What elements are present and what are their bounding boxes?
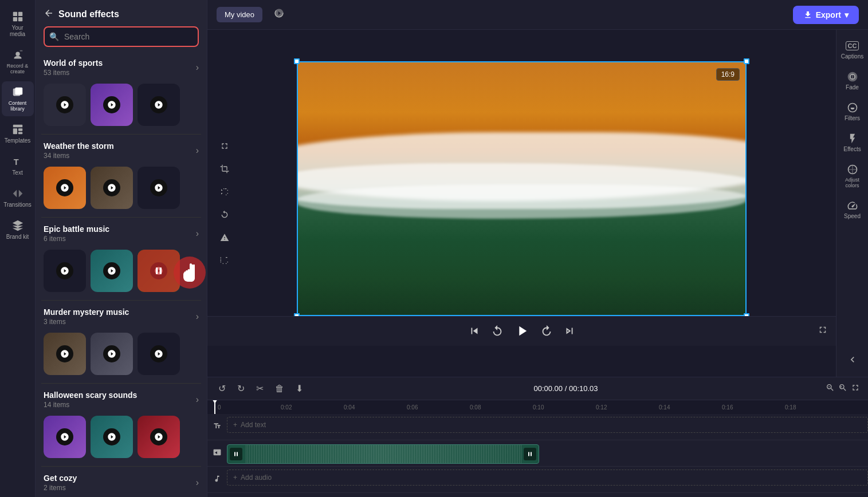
download-button[interactable]: ⬇ (293, 381, 306, 396)
category-header-world-of-sports[interactable]: World of sports 53 items › (41, 54, 201, 81)
triangle-button[interactable] (215, 228, 234, 247)
category-items-murder-mystery (41, 330, 201, 375)
play-pause-button[interactable] (514, 323, 530, 339)
sidebar-item-your-media[interactable]: Your media (2, 6, 34, 42)
divider (41, 383, 201, 384)
triangle-icon (220, 233, 229, 242)
video-track-label (213, 448, 227, 458)
clip-end-handle[interactable] (524, 448, 536, 460)
back-button[interactable] (44, 8, 54, 21)
zoom-in-button[interactable] (838, 383, 847, 395)
redo-button[interactable]: ↻ (234, 381, 248, 396)
sound-thumb-9-playing[interactable] (138, 250, 180, 292)
ruler-mark-2: 0:04 (344, 404, 407, 411)
sidebar-item-content-library[interactable]: Content library (2, 81, 34, 116)
sound-thumb-10[interactable] (44, 333, 86, 375)
add-audio-button[interactable]: + Add audio (227, 470, 868, 486)
category-header-epic-battle[interactable]: Epic battle music 6 items › (41, 220, 201, 247)
sound-thumb-2[interactable] (91, 84, 133, 126)
delete-button[interactable]: 🗑 (272, 382, 287, 396)
play-badge (56, 345, 73, 362)
sound-thumb-11[interactable] (91, 333, 133, 375)
crop-button[interactable] (215, 160, 234, 178)
category-header-murder-mystery[interactable]: Murder mystery music 3 items › (41, 303, 201, 330)
video-frame-wrap: 16:9 (297, 61, 747, 316)
sidebar-item-text[interactable]: T Text (2, 151, 34, 180)
rewind-button[interactable] (491, 325, 504, 337)
handle-top-right[interactable] (744, 58, 749, 64)
playing-overlay (138, 250, 180, 292)
expand-icon (220, 141, 229, 151)
adjust-colors-tool[interactable]: Adjust colors (838, 159, 867, 193)
undo-button[interactable]: ↺ (215, 381, 229, 396)
category-header-get-cozy[interactable]: Get cozy 2 items › (41, 469, 201, 496)
sound-thumb-15[interactable] (138, 416, 180, 458)
search-box: 🔍 (44, 26, 199, 47)
search-input[interactable] (44, 26, 199, 47)
video-clip[interactable] (227, 444, 539, 464)
category-halloween: Halloween scary sounds 14 items › (36, 386, 207, 464)
captions-tool[interactable]: CC Captions (838, 37, 867, 64)
fullscreen-tool-button[interactable] (215, 137, 234, 155)
svg-rect-2 (13, 17, 17, 21)
skip-forward-button[interactable] (563, 325, 576, 337)
expand-timeline-button[interactable] (851, 383, 860, 395)
text-track-icon (213, 422, 221, 430)
sound-thumb-12[interactable] (138, 333, 180, 375)
zoom-out-button[interactable] (826, 383, 835, 395)
record-icon (11, 49, 24, 61)
play-badge (150, 179, 167, 196)
sidebar-item-templates[interactable]: Templates (2, 119, 34, 148)
effects-tool[interactable]: Effects (838, 128, 867, 157)
svg-rect-0 (13, 12, 17, 16)
handle-top-left[interactable] (294, 58, 300, 64)
category-name-get-cozy: Get cozy (44, 474, 77, 483)
video-track (207, 440, 868, 467)
timeline-tracks: + Add text (207, 414, 868, 497)
category-count-world-of-sports: 53 items (44, 69, 103, 77)
play-icon (514, 323, 530, 339)
flip-v-button[interactable] (215, 251, 234, 270)
sound-thumb-1[interactable] (44, 84, 86, 126)
rewind-icon (491, 325, 504, 337)
clip-pause-button[interactable] (230, 448, 242, 460)
filters-tool[interactable]: Filters (838, 97, 867, 126)
fade-tool[interactable]: Fade (838, 66, 867, 95)
sidebar-item-transitions[interactable]: Transitions (2, 183, 34, 212)
icon-nav: Your media Record & create Content libra… (0, 0, 36, 497)
sound-thumb-5[interactable] (91, 167, 133, 209)
sidebar-item-record[interactable]: Record & create (2, 44, 34, 79)
category-header-halloween[interactable]: Halloween scary sounds 14 items › (41, 386, 201, 413)
video-frame[interactable] (297, 61, 747, 316)
save-icon-button[interactable] (269, 6, 289, 23)
play-badge (56, 96, 73, 113)
forward-button[interactable] (540, 325, 553, 337)
collapse-panel-button[interactable] (838, 349, 867, 370)
play-badge (150, 96, 167, 113)
add-text-button[interactable]: + Add text (227, 417, 868, 433)
sound-thumb-7[interactable] (44, 250, 86, 292)
fullscreen-button[interactable] (818, 325, 828, 338)
sound-thumb-13[interactable] (44, 416, 86, 458)
flip-button[interactable] (215, 183, 234, 201)
current-time: 00:00.00 (533, 384, 563, 393)
sidebar-item-brand-kit[interactable]: Brand kit (2, 215, 34, 244)
category-epic-battle: Epic battle music 6 items › (36, 220, 207, 298)
export-button[interactable]: Export ▾ (793, 6, 859, 24)
cut-button[interactable]: ✂ (253, 381, 266, 396)
sound-thumb-14[interactable] (91, 416, 133, 458)
my-video-tab[interactable]: My video (217, 7, 262, 22)
handle-icon (527, 451, 533, 457)
timeline-playhead (214, 400, 215, 414)
sound-thumb-4[interactable] (44, 167, 86, 209)
category-header-weather-storm[interactable]: Weather the storm 34 items › (41, 137, 201, 164)
sound-thumb-3[interactable] (138, 84, 180, 126)
audio-track-icon (213, 475, 221, 483)
panel-scroll[interactable]: World of sports 53 items › (36, 54, 207, 497)
sound-thumb-6[interactable] (138, 167, 180, 209)
rotate-button[interactable] (215, 206, 234, 224)
speed-tool[interactable]: Speed (838, 195, 867, 224)
skip-back-button[interactable] (468, 325, 481, 337)
sound-thumb-8[interactable] (91, 250, 133, 292)
category-get-cozy: Get cozy 2 items › (36, 469, 207, 497)
